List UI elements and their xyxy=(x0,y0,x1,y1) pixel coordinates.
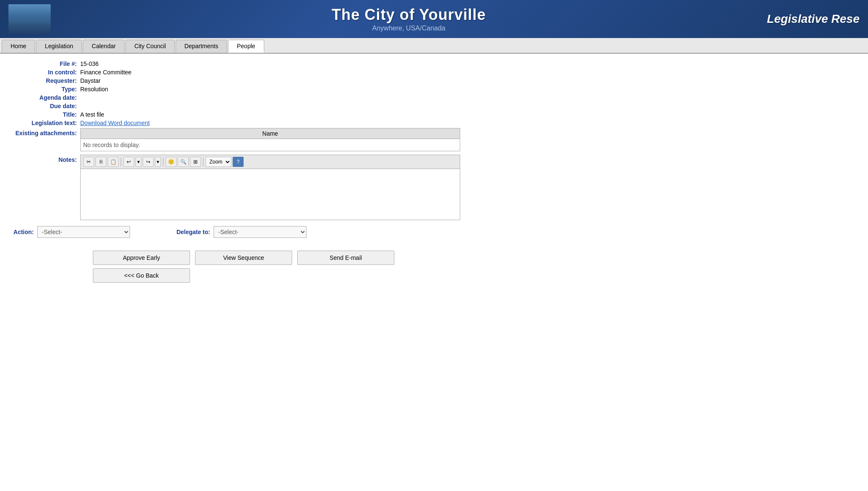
type-label: Type: xyxy=(8,86,80,93)
title-value: A test file xyxy=(80,111,104,118)
tab-city-council[interactable]: City Council xyxy=(125,40,175,53)
toolbar-redo-button[interactable]: ↪ xyxy=(143,157,154,167)
toolbar-table-button[interactable]: ⊞ xyxy=(190,157,201,167)
notes-label: Notes: xyxy=(8,155,80,163)
notes-container: ✂ ⎘ 📋 ↩ ▾ ↪ ▾ 🙂 🔍 ⊞ Zoom xyxy=(80,155,460,220)
tab-legislation[interactable]: Legislation xyxy=(36,40,82,53)
due-date-label: Due date: xyxy=(8,103,80,109)
tab-departments[interactable]: Departments xyxy=(176,40,227,53)
title-row: Title: A test file xyxy=(8,111,860,118)
toolbar-help-button[interactable]: ? xyxy=(233,157,244,167)
delegate-to-select[interactable]: -Select- xyxy=(214,226,307,238)
notes-row: Notes: ✂ ⎘ 📋 ↩ ▾ ↪ ▾ 🙂 🔍 ⊞ xyxy=(8,155,860,220)
notes-textarea[interactable] xyxy=(83,172,457,217)
type-value: Resolution xyxy=(80,86,108,93)
legislation-text-label: Legislation text: xyxy=(8,120,80,126)
approve-early-button[interactable]: Approve Early xyxy=(93,251,190,265)
requester-value: Daystar xyxy=(80,77,100,84)
toolbar-emoji-button[interactable]: 🙂 xyxy=(165,157,176,167)
toolbar-sep-3 xyxy=(203,158,203,166)
due-date-row: Due date: xyxy=(8,103,860,109)
attachments-row: Existing attachments: Name No records to… xyxy=(8,128,860,151)
delegate-to-label: Delegate to: xyxy=(172,229,210,235)
legislation-text-row: Legislation text: Download Word document xyxy=(8,120,860,126)
attachments-column-name: Name xyxy=(81,128,460,139)
file-number-label: File #: xyxy=(8,60,80,67)
toolbar-undo-dropdown[interactable]: ▾ xyxy=(136,157,141,167)
city-image xyxy=(8,4,51,34)
tab-home[interactable]: Home xyxy=(2,40,35,53)
view-sequence-button[interactable]: View Sequence xyxy=(195,251,292,265)
buttons-row-2: <<< Go Back xyxy=(93,268,860,283)
main-content: File #: 15-036 In control: Finance Commi… xyxy=(0,54,868,289)
action-select[interactable]: -Select- xyxy=(37,226,130,238)
header-subtitle: Anywhere, USA/Canada xyxy=(51,25,767,32)
type-row: Type: Resolution xyxy=(8,86,860,93)
file-number-value: 15-036 xyxy=(80,60,99,67)
in-control-label: In control: xyxy=(8,69,80,76)
agenda-date-row: Agenda date: xyxy=(8,94,860,101)
toolbar-search-button[interactable]: 🔍 xyxy=(178,157,189,167)
requester-label: Requester: xyxy=(8,77,80,84)
go-back-button[interactable]: <<< Go Back xyxy=(93,268,190,283)
toolbar-redo-dropdown[interactable]: ▾ xyxy=(155,157,161,167)
title-label: Title: xyxy=(8,111,80,118)
in-control-row: In control: Finance Committee xyxy=(8,69,860,76)
requester-row: Requester: Daystar xyxy=(8,77,860,84)
agenda-date-label: Agenda date: xyxy=(8,94,80,101)
tab-people[interactable]: People xyxy=(228,40,264,53)
toolbar-copy-button[interactable]: ⎘ xyxy=(95,157,106,167)
header-title: The City of Yourville xyxy=(51,6,767,24)
toolbar-cut-button[interactable]: ✂ xyxy=(83,157,94,167)
attachments-label: Existing attachments: xyxy=(8,128,80,136)
header-left xyxy=(8,4,51,34)
tab-calendar[interactable]: Calendar xyxy=(83,40,125,53)
toolbar-sep-2 xyxy=(163,158,163,166)
in-control-value: Finance Committee xyxy=(80,69,131,76)
header-title-block: The City of Yourville Anywhere, USA/Cana… xyxy=(51,6,767,32)
toolbar-undo-button[interactable]: ↩ xyxy=(123,157,134,167)
send-email-button[interactable]: Send E-mail xyxy=(297,251,394,265)
file-number-row: File #: 15-036 xyxy=(8,60,860,67)
toolbar-paste-button[interactable]: 📋 xyxy=(108,157,119,167)
download-word-link[interactable]: Download Word document xyxy=(80,120,150,126)
action-delegate-row: Action: -Select- Delegate to: -Select- xyxy=(8,226,860,238)
notes-body xyxy=(81,169,460,220)
buttons-row-1: Approve Early View Sequence Send E-mail xyxy=(93,251,860,265)
navigation-bar: Home Legislation Calendar City Council D… xyxy=(0,38,868,54)
attachments-container: Name No records to display. xyxy=(80,128,460,151)
action-label: Action: xyxy=(8,229,34,235)
page-header: The City of Yourville Anywhere, USA/Cana… xyxy=(0,0,868,38)
notes-toolbar: ✂ ⎘ 📋 ↩ ▾ ↪ ▾ 🙂 🔍 ⊞ Zoom xyxy=(81,155,460,169)
attachments-empty-message: No records to display. xyxy=(81,139,460,151)
header-right-text: Legislative Rese xyxy=(767,12,860,26)
zoom-select[interactable]: Zoom xyxy=(206,157,231,167)
toolbar-sep-1 xyxy=(121,158,121,166)
